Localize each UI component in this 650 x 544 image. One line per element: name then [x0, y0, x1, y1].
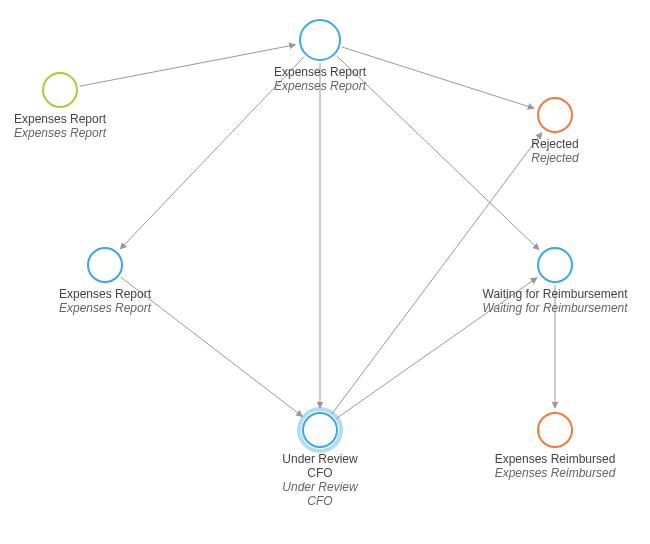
- node-left-subtitle: Expenses Report: [59, 301, 152, 315]
- node-review-subtitle: Under Review: [282, 480, 359, 494]
- node-start-title: Expenses Report: [14, 112, 107, 126]
- node-left-circle: [88, 248, 122, 282]
- node-reimbursed-circle: [538, 413, 572, 447]
- node-waiting-circle: [538, 248, 572, 282]
- node-top[interactable]: Expenses ReportExpenses Report: [274, 20, 367, 93]
- node-rejected-circle: [538, 98, 572, 132]
- edge-start-to-top: [80, 45, 296, 87]
- node-left[interactable]: Expenses ReportExpenses Report: [59, 248, 152, 315]
- node-review-subtitle: CFO: [307, 494, 332, 508]
- node-waiting-subtitle: Waiting for Reimbursement: [482, 301, 628, 315]
- node-review-title: Under Review: [282, 452, 358, 466]
- node-left-title: Expenses Report: [59, 287, 152, 301]
- node-start-subtitle: Expenses Report: [14, 126, 107, 140]
- node-reimbursed[interactable]: Expenses ReimbursedExpenses Reimbursed: [495, 413, 616, 480]
- edge-review-to-rejected: [332, 133, 542, 414]
- edge-top-to-rejected: [342, 47, 534, 108]
- node-reimbursed-title: Expenses Reimbursed: [495, 452, 616, 466]
- node-start-circle: [43, 73, 77, 107]
- node-top-circle: [300, 20, 340, 60]
- node-review-title: CFO: [307, 466, 332, 480]
- node-rejected-subtitle: Rejected: [531, 151, 579, 165]
- node-waiting-title: Waiting for Reimbursement: [483, 287, 629, 301]
- node-rejected[interactable]: RejectedRejected: [531, 98, 579, 165]
- node-rejected-title: Rejected: [531, 137, 578, 151]
- node-waiting[interactable]: Waiting for ReimbursementWaiting for Rei…: [482, 248, 628, 315]
- workflow-diagram: Expenses ReportExpenses ReportExpenses R…: [0, 0, 650, 544]
- edge-top-to-waiting: [337, 56, 539, 250]
- node-reimbursed-subtitle: Expenses Reimbursed: [495, 466, 616, 480]
- node-top-subtitle: Expenses Report: [274, 79, 367, 93]
- node-top-title: Expenses Report: [274, 65, 367, 79]
- node-review-circle: [303, 413, 337, 447]
- node-start[interactable]: Expenses ReportExpenses Report: [14, 73, 107, 140]
- node-review[interactable]: Under ReviewCFOUnder ReviewCFO: [282, 409, 359, 508]
